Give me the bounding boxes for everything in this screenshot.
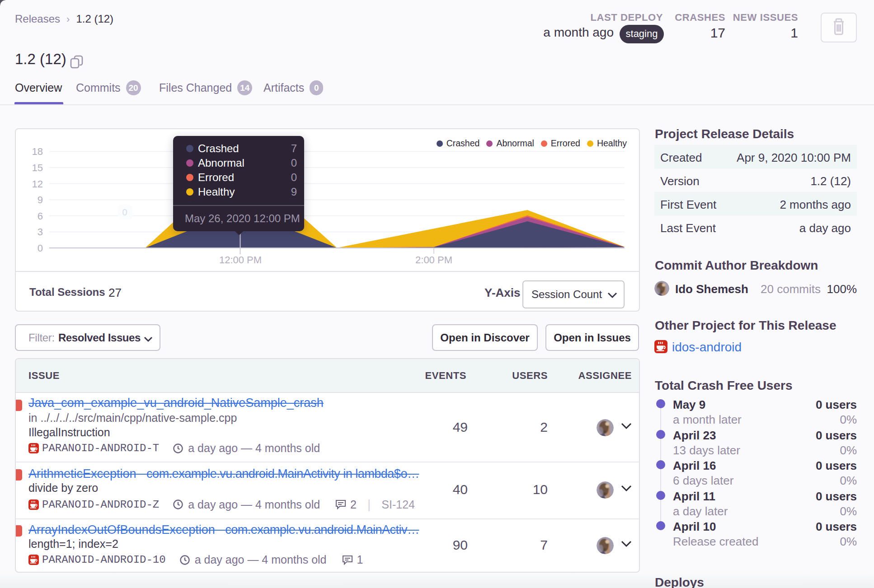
svg-text:15: 15 [32, 162, 43, 173]
svg-text:2:00 PM: 2:00 PM [415, 254, 452, 266]
svg-text:18: 18 [32, 146, 43, 157]
svg-text:9: 9 [38, 194, 43, 205]
svg-text:6: 6 [38, 210, 43, 222]
svg-text:12: 12 [32, 178, 43, 190]
svg-text:3: 3 [38, 226, 43, 238]
svg-text:0: 0 [122, 207, 127, 217]
svg-text:12:00 PM: 12:00 PM [219, 254, 262, 266]
svg-text:0: 0 [38, 243, 43, 254]
